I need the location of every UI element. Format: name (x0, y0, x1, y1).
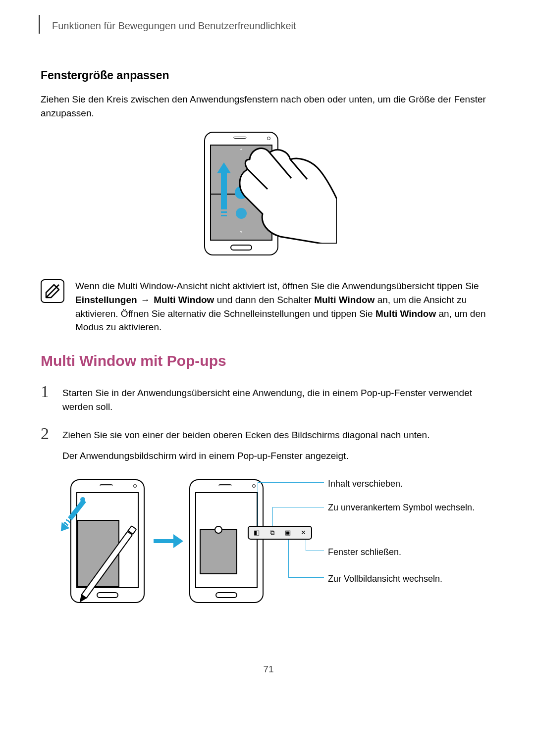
heading-multiwindow-popups: Multi Window mit Pop-ups (41, 350, 496, 372)
phone-illustration-before (70, 479, 145, 603)
arrow-right-icon (154, 534, 183, 548)
toolbar-close-icon: ✕ (299, 528, 308, 537)
figure-popup-window: ◧ ⧉ ▣ ✕ Inhalt verschieben. Zu unveranke… (41, 479, 496, 608)
toolbar-fullscreen-icon: ▣ (283, 528, 292, 537)
popup-window-icon (200, 529, 237, 574)
step-text-2: Der Anwendungsbildschirm wird in einem P… (62, 449, 496, 463)
note-icon (41, 279, 64, 303)
page-number: 71 (41, 662, 496, 676)
step-text: Starten Sie in der Anwendungsübersicht e… (62, 383, 496, 413)
toolbar-float-icon: ⧉ (268, 528, 276, 537)
note-block: Wenn die Multi Window-Ansicht nicht akti… (41, 279, 496, 334)
callout-close: Fenster schließen. (328, 546, 477, 558)
note-text: Wenn die Multi Window-Ansicht nicht akti… (75, 279, 496, 334)
step-text: Ziehen Sie sie von einer der beiden ober… (62, 428, 496, 442)
callout-move: Inhalt verschieben. (328, 477, 477, 490)
callout-float: Zu unverankertem Symbol wechseln. (328, 501, 477, 514)
callout-fullscreen: Zur Vollbildansicht wechseln. (328, 572, 477, 585)
step-number: 1 (41, 383, 54, 413)
step-item: 2 Ziehen Sie sie von einer der beiden ob… (41, 425, 496, 467)
heading-resize: Fenstergröße anpassen (41, 67, 496, 84)
header-rule (39, 15, 40, 34)
toolbar-move-icon: ◧ (252, 528, 261, 537)
figure-resize-window: ˄˅ ˄˅ (41, 132, 496, 264)
popup-toolbar: ◧ ⧉ ▣ ✕ (248, 526, 312, 540)
breadcrumb: Funktionen für Bewegungen und Benutzerfr… (52, 19, 296, 33)
arrow-up-icon (221, 162, 231, 218)
step-item: 1 Starten Sie in der Anwendungsübersicht… (41, 383, 496, 413)
phone-illustration-after (189, 479, 264, 603)
hand-gesture-icon (233, 140, 337, 244)
para-resize: Ziehen Sie den Kreis zwischen den Anwend… (41, 93, 496, 120)
step-number: 2 (41, 425, 54, 467)
